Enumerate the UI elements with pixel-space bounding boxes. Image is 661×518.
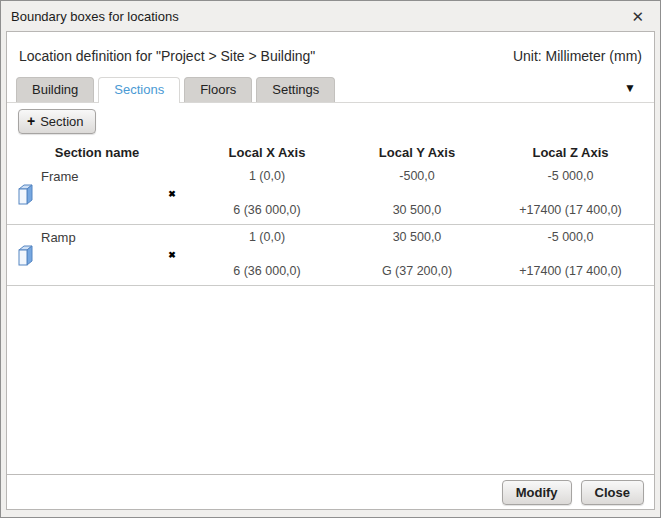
modify-button[interactable]: Modify [502, 480, 572, 505]
col-header-section-name: Section name [37, 145, 157, 160]
plus-icon: + [27, 113, 35, 129]
unit-label: Unit: Millimeter (mm) [513, 48, 642, 64]
tab-building[interactable]: Building [16, 77, 94, 102]
local-y-min[interactable]: -500,0 [347, 169, 487, 183]
col-header-local-z: Local Z Axis [487, 145, 654, 160]
table-row: ✖ 1 (0,0) 6 (36 000,0) 30 500,0 G (37 20… [7, 225, 654, 286]
local-x-max[interactable]: 6 (36 000,0) [187, 264, 347, 278]
local-y-max[interactable]: G (37 200,0) [347, 264, 487, 278]
local-z-max[interactable]: +17400 (17 400,0) [487, 264, 654, 278]
tab-sections[interactable]: Sections [98, 77, 180, 103]
close-button[interactable]: Close [581, 480, 644, 505]
tab-settings[interactable]: Settings [256, 77, 335, 102]
titlebar: Boundary boxes for locations ✕ [1, 1, 660, 31]
table-header-row: Section name Local X Axis Local Y Axis L… [7, 143, 654, 164]
header-row: Location definition for "Project > Site … [7, 32, 654, 64]
dialog-window: Boundary boxes for locations ✕ Location … [0, 0, 661, 518]
tabstrip: Building Sections Floors Settings ▼ [7, 77, 654, 103]
local-z-min[interactable]: -5 000,0 [487, 169, 654, 183]
col-header-local-x: Local X Axis [187, 145, 347, 160]
section-name-input[interactable] [37, 228, 147, 247]
section-box-icon [7, 164, 37, 224]
delete-section-icon[interactable]: ✖ [165, 247, 179, 263]
local-y-max[interactable]: 30 500,0 [347, 203, 487, 217]
local-y-min[interactable]: 30 500,0 [347, 230, 487, 244]
local-z-max[interactable]: +17400 (17 400,0) [487, 203, 654, 217]
section-name-input[interactable] [37, 167, 147, 186]
section-box-icon [7, 225, 37, 285]
local-x-min[interactable]: 1 (0,0) [187, 169, 347, 183]
delete-section-icon[interactable]: ✖ [165, 186, 179, 202]
add-section-button[interactable]: + Section [18, 109, 96, 134]
add-section-label: Section [40, 114, 83, 129]
local-x-max[interactable]: 6 (36 000,0) [187, 203, 347, 217]
sections-table: Section name Local X Axis Local Y Axis L… [7, 143, 654, 286]
dialog-content: Location definition for "Project > Site … [6, 31, 655, 510]
local-z-min[interactable]: -5 000,0 [487, 230, 654, 244]
tab-floors[interactable]: Floors [184, 77, 252, 102]
window-close-icon[interactable]: ✕ [625, 7, 650, 26]
footer: Modify Close [7, 474, 654, 509]
window-title: Boundary boxes for locations [11, 9, 625, 24]
col-header-local-y: Local Y Axis [347, 145, 487, 160]
local-x-min[interactable]: 1 (0,0) [187, 230, 347, 244]
table-row: ✖ 1 (0,0) 6 (36 000,0) -500,0 30 500,0 -… [7, 164, 654, 225]
chevron-down-icon[interactable]: ▼ [620, 79, 640, 101]
location-definition-heading: Location definition for "Project > Site … [19, 48, 315, 64]
